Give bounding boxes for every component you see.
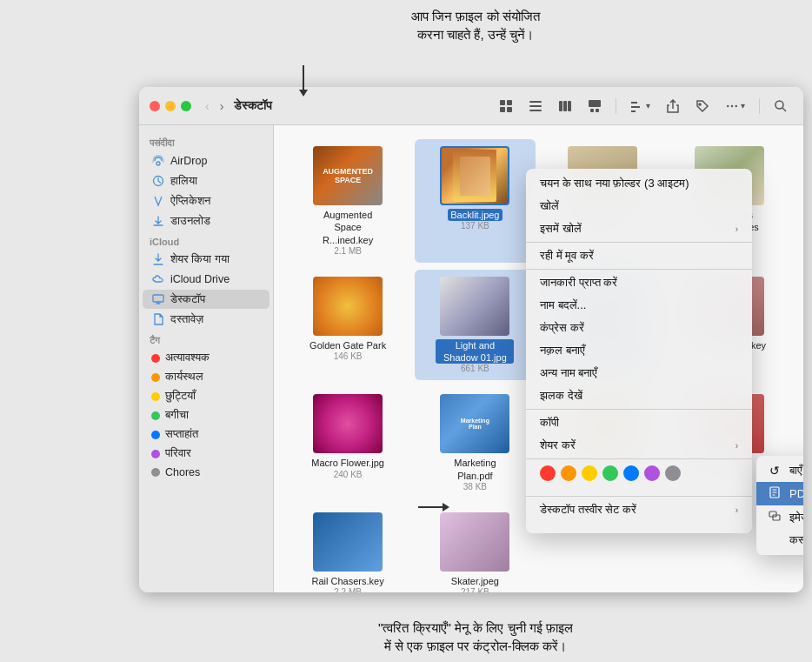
ctx-tag-orange[interactable] (561, 465, 576, 481)
ctx-sep (526, 269, 752, 270)
file-item[interactable]: Golden Gate Park 146 KB (288, 270, 408, 381)
ctx-move-to-trash[interactable]: रही में मूव करें (526, 244, 752, 267)
quick-action-convert[interactable]: इमेज परिवर्तित करें (756, 505, 803, 529)
view-columns-button[interactable] (553, 96, 577, 117)
view-icons-button[interactable] (494, 96, 518, 117)
ctx-tag-red[interactable] (540, 465, 556, 481)
file-name: Light and Shadow 01.jpg (436, 339, 514, 364)
ctx-sep (526, 242, 752, 243)
sidebar-item-tag-2[interactable]: छुट्टियाँ (143, 387, 270, 405)
ctx-rename[interactable]: नाम बदलें... (526, 294, 752, 317)
ctx-get-info[interactable]: जानकारी प्राप्त करें (526, 271, 752, 294)
ctx-quick-look[interactable]: झलक देखें (526, 384, 752, 407)
close-button[interactable] (150, 101, 160, 111)
sidebar-section-favorites: पसंदीदा (139, 132, 273, 150)
sidebar-item-tag-5[interactable]: परिवार (143, 445, 270, 463)
view-gallery-button[interactable] (582, 96, 607, 117)
file-item[interactable]: Backlit.jpeg 137 KB (415, 139, 535, 263)
tag-label-5: परिवार (165, 447, 191, 460)
tag-dot-red (151, 354, 160, 363)
sidebar-item-recent[interactable]: हालिया (143, 171, 270, 191)
ctx-tag-purple[interactable] (644, 465, 660, 481)
shared-label: शेयर किया गया (170, 253, 230, 266)
tag-label-3: बगीचा (165, 409, 189, 422)
ctx-duplicate[interactable]: नक़ल बनाएँ (526, 339, 752, 362)
tag-button[interactable] (690, 96, 715, 117)
file-item[interactable]: AUGMENTEDSPACE Augmented Space R...ined.… (288, 139, 408, 263)
ctx-tag-yellow[interactable] (582, 465, 597, 481)
minimize-button[interactable] (165, 101, 176, 111)
ctx-new-folder[interactable]: चयन के साथ नया फ़ोल्डर (3 आइटम) (526, 172, 752, 195)
sidebar-item-tag-1[interactable]: कार्यस्थल (143, 368, 270, 386)
recent-icon (151, 174, 165, 188)
file-thumbnail (313, 512, 383, 572)
file-name: Macro Flower.jpg (311, 457, 384, 469)
search-button[interactable] (769, 96, 793, 117)
maximize-button[interactable] (181, 101, 191, 111)
ctx-set-wallpaper[interactable] (526, 521, 752, 530)
sidebar-item-airdrop[interactable]: AirDrop (143, 151, 270, 171)
convert-icon (767, 510, 782, 525)
file-item[interactable]: Skater.jpeg 217 KB (415, 505, 535, 592)
quick-action-customize[interactable]: कस्टमाइज़ करें... (756, 529, 803, 552)
downloads-icon (151, 214, 165, 228)
forward-button[interactable]: › (216, 97, 228, 115)
file-item[interactable]: Light and Shadow 01.jpg 661 KB (415, 270, 535, 381)
ctx-tags-row (526, 461, 752, 485)
chevron-icon: › (735, 505, 738, 515)
ctx-open-with[interactable]: इसमें खोलें › (526, 217, 752, 240)
svg-rect-11 (590, 109, 594, 112)
tag-dot-orange (151, 373, 160, 382)
annotation-top: आप जिन फ़ाइल को संयोजितकरना चाहते हैं, उ… (139, 7, 812, 43)
documents-icon (151, 312, 165, 326)
ctx-tag-gray[interactable] (665, 465, 681, 481)
titlebar: ‹ › डेस्कटॉप ▾ (139, 87, 803, 125)
file-thumbnail (440, 512, 509, 572)
file-item[interactable]: MarketingPlan Marketing Plan.pdf 38 KB (415, 387, 535, 498)
svg-point-18 (735, 104, 737, 106)
svg-rect-13 (631, 102, 637, 104)
tag-dot-green (151, 411, 160, 420)
file-item[interactable]: Rail Chasers.key 2.2 MB (288, 505, 408, 592)
sidebar-item-tag-0[interactable]: अत्यावश्यक (143, 349, 270, 367)
view-list-button[interactable] (523, 96, 548, 117)
back-button[interactable]: ‹ (202, 97, 213, 115)
sidebar-item-icloud[interactable]: iCloud Drive (143, 270, 270, 289)
icloud-icon (151, 272, 165, 286)
quick-action-rotate[interactable]: ↺ बाएँ घुमाएँ (756, 459, 803, 482)
sidebar-item-shared[interactable]: शेयर किया गया (143, 250, 270, 269)
ctx-compress[interactable]: कंप्रेस करें (526, 317, 752, 339)
svg-rect-0 (500, 100, 505, 105)
file-name: Rail Chasers.key (312, 575, 384, 587)
sidebar-item-documents[interactable]: दस्तावेज़ (143, 310, 270, 329)
sidebar-section-tags: टैग (139, 330, 273, 348)
sidebar-item-tag-3[interactable]: बगीचा (143, 406, 270, 425)
svg-rect-10 (589, 100, 601, 107)
file-size: 38 KB (463, 482, 487, 491)
finder-window: ‹ › डेस्कटॉप ▾ (139, 87, 803, 592)
ctx-tags[interactable] (526, 485, 752, 494)
group-button[interactable]: ▾ (625, 96, 656, 117)
ctx-make-alias[interactable]: अन्य नाम बनाएँ (526, 362, 752, 384)
svg-rect-6 (529, 110, 542, 111)
sidebar-item-tag-6[interactable]: Chores (143, 464, 270, 481)
more-button[interactable]: ▾ (720, 96, 750, 117)
sidebar-item-tag-4[interactable]: सप्ताहांत (143, 425, 270, 444)
quick-action-pdf[interactable]: PDF बनाएँ (756, 482, 803, 505)
tag-dot-purple (151, 450, 160, 458)
file-size: 240 KB (334, 470, 363, 479)
ctx-quick-actions[interactable]: डेस्कटॉप तस्वीर सेट करें › (526, 498, 752, 521)
sidebar-item-desktop[interactable]: डेस्कटॉप (143, 290, 270, 309)
file-item[interactable]: Macro Flower.jpg 240 KB (288, 387, 408, 498)
context-menu: चयन के साथ नया फ़ोल्डर (3 आइटम) खोलें इस… (526, 169, 752, 533)
sidebar-item-downloads[interactable]: डाउनलोड (143, 211, 270, 231)
ctx-open[interactable]: खोलें (526, 195, 752, 217)
sidebar-item-apps[interactable]: ऐप्लिकेशन (143, 191, 270, 211)
ctx-share[interactable]: शेयर करें › (526, 434, 752, 457)
svg-rect-5 (529, 105, 542, 107)
share-button[interactable] (661, 96, 685, 117)
ctx-tag-blue[interactable] (623, 465, 639, 481)
annotation-bottom: "त्वरित क्रियाएँ" मेनू के लिए चुनी गई फ़… (139, 619, 812, 655)
ctx-copy[interactable]: कॉपी (526, 411, 752, 434)
ctx-tag-green[interactable] (602, 465, 618, 481)
